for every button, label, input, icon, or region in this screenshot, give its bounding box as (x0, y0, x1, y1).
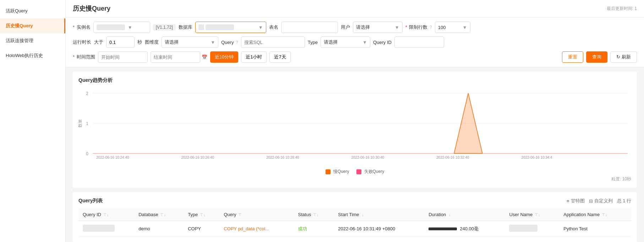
svg-text:2022-06-16 10:26:40: 2022-06-16 10:26:40 (181, 156, 214, 159)
reset-button[interactable]: 重置 (562, 51, 583, 63)
svg-text:1: 1 (86, 121, 88, 126)
table-label: 表名 (269, 24, 278, 30)
query-id-label: Query ID (373, 40, 392, 45)
chart-title: Query趋势分析 (78, 77, 631, 84)
type-label: Type (308, 40, 318, 45)
table-actions: ≡ 甘特图 ⊟ 自定义列 总 1 行 (567, 198, 631, 204)
legend-failed-query-icon (356, 169, 361, 174)
limit-select[interactable]: 100 ▼ (435, 22, 470, 33)
database-select[interactable]: ▼ (195, 22, 266, 33)
columns-icon: ⊟ (589, 198, 593, 204)
svg-text:0: 0 (86, 151, 88, 156)
db-icon (198, 24, 204, 30)
svg-text:数量: 数量 (78, 119, 82, 128)
time-btn-10min[interactable]: 近10分钟 (210, 51, 238, 63)
svg-text:2022-06-16 10:32:40: 2022-06-16 10:32:40 (436, 156, 469, 159)
start-time-sort-icon[interactable]: ↓ (362, 213, 364, 217)
username-filter-icon[interactable]: ⊤↓ (535, 213, 540, 217)
dimension-select[interactable]: 请选择 ▼ (162, 36, 218, 48)
sidebar-item-slow-query[interactable]: 历史慢Query (0, 18, 65, 33)
user-select[interactable]: 请选择 ▼ (353, 22, 403, 33)
query-id-input[interactable] (394, 36, 444, 48)
query-button[interactable]: 查询 (586, 51, 607, 63)
svg-text:2: 2 (86, 91, 88, 96)
type-select[interactable]: 请选择 ▼ (321, 36, 370, 48)
start-time-input[interactable] (98, 51, 148, 63)
refresh-button[interactable]: ↻ 刷新 (610, 51, 637, 63)
table-header: Query列表 ≡ 甘特图 ⊟ 自定义列 总 1 行 (78, 198, 631, 204)
user-arrow-icon: ▼ (395, 25, 399, 30)
table-header-row: Query ID ⊤↓ Database ⊤↓ Type ⊤↓ Query ⊤ (78, 208, 631, 221)
cell-type: COPY (184, 221, 219, 237)
legend-slow-query-label: 慢Query (333, 169, 349, 175)
page-header: 历史慢Query 最后更新时间: 1 (66, 0, 644, 17)
runtime-label: 运行时长 (73, 39, 91, 45)
granularity-text: 粒度: 10秒 (78, 176, 631, 182)
type-filter-icon[interactable]: ⊤↓ (200, 213, 206, 217)
sidebar-item-connection-mgmt[interactable]: 活跃连接管理 (0, 33, 65, 48)
time-btn-7days[interactable]: 近7天 (269, 51, 290, 63)
col-user-name: User Name ⊤↓ (505, 208, 559, 221)
col-query-id: Query ID ⊤↓ (78, 208, 134, 221)
col-query: Query ⊤ (219, 208, 294, 221)
runtime-operator: 大于 (94, 39, 103, 45)
sidebar-item-active-query[interactable]: 活跃Query (0, 4, 65, 18)
filter-row-1: * 实例名 ▼ [V1.1.72] 数据库 ▼ 表名 用户 请选择 ▼ (73, 22, 637, 33)
calendar-icon: 📅 (202, 55, 207, 60)
svg-text:2022-06-16 10:34:4: 2022-06-16 10:34:4 (522, 156, 553, 159)
db-arrow-icon: ▼ (258, 25, 263, 30)
instance-select[interactable]: ▼ (93, 22, 150, 33)
duration-value: 240.00毫 (460, 226, 479, 232)
query-table: Query ID ⊤↓ Database ⊤↓ Type ⊤↓ Query ⊤ (78, 208, 631, 237)
query-filter-icon[interactable]: ⊤ (238, 213, 242, 217)
col-duration: Duration ↓ (424, 208, 505, 221)
instance-version-badge: [V1.1.72] (153, 24, 176, 30)
col-start-time: Start Time ↓ (334, 208, 424, 221)
appname-filter-icon[interactable]: ⊤↓ (602, 213, 607, 217)
page-title: 历史慢Query (73, 4, 110, 13)
total-rows-text: 总 1 行 (617, 198, 631, 204)
runtime-unit: 秒 (137, 39, 142, 45)
limit-help-icon: ? (430, 25, 432, 30)
sidebar-item-exec-history[interactable]: HoloWeb执行历史 (0, 48, 65, 63)
chart-section: Query趋势分析 2 1 0 数量 2022-06-16 10:24:40 2… (73, 72, 637, 188)
query-id-filter-icon[interactable]: ⊤↓ (103, 213, 109, 217)
gantt-icon: ≡ (567, 198, 569, 204)
legend-slow-query-icon (326, 169, 331, 174)
query-link[interactable]: COPY pd_data (*col... (224, 226, 273, 231)
duration-sort-icon[interactable]: ↓ (449, 213, 451, 217)
status-filter-icon[interactable]: ⊤↓ (313, 213, 319, 217)
time-range-label: * 时间范围 (73, 54, 95, 60)
db-filter-icon[interactable]: ⊤↓ (160, 213, 166, 217)
time-btn-1hour[interactable]: 近1小时 (241, 51, 267, 63)
svg-text:2022-06-16 10:30:40: 2022-06-16 10:30:40 (351, 156, 384, 159)
limit-label: * 限制行数 ? (405, 24, 432, 30)
cell-start-time: 2022-06-16 10:31:49 +0800 (334, 221, 424, 237)
chart-legend: 慢Query 失败Query (78, 169, 631, 175)
end-time-input[interactable] (151, 51, 200, 63)
last-update-text: 最后更新时间: 1 (607, 6, 637, 12)
svg-text:2022-06-16 10:28:40: 2022-06-16 10:28:40 (266, 156, 299, 159)
dimension-label: 图维度 (145, 39, 159, 45)
col-database: Database ⊤↓ (134, 208, 184, 221)
instance-label: * 实例名 (73, 24, 91, 30)
query-input[interactable] (241, 36, 305, 48)
gantt-chart-action[interactable]: ≡ 甘特图 (567, 198, 585, 204)
svg-text:2022-06-16 10:24:40: 2022-06-16 10:24:40 (96, 156, 129, 159)
refresh-icon: ↻ (616, 54, 620, 60)
user-label: 用户 (341, 24, 350, 30)
runtime-input[interactable] (106, 36, 135, 48)
cell-app-name: Python Test (559, 221, 631, 237)
limit-arrow-icon: ▼ (463, 25, 467, 30)
table-section: Query列表 ≡ 甘特图 ⊟ 自定义列 总 1 行 Query ID ⊤↓ (73, 192, 637, 242)
cell-status: 成功 (294, 221, 334, 237)
custom-columns-action[interactable]: ⊟ 自定义列 (589, 198, 613, 204)
table-input[interactable] (281, 22, 338, 33)
main-content: 历史慢Query 最后更新时间: 1 * 实例名 ▼ [V1.1.72] 数据库… (66, 0, 644, 242)
filter-row-2: 运行时长 大于 秒 图维度 请选择 ▼ Query ? Type 请选择 ▼ (73, 36, 637, 48)
instance-value (97, 24, 125, 30)
filter-area: * 实例名 ▼ [V1.1.72] 数据库 ▼ 表名 用户 请选择 ▼ (66, 17, 644, 67)
cell-duration: 240.00毫 (424, 221, 505, 237)
sidebar: 活跃Query 历史慢Query 活跃连接管理 HoloWeb执行历史 (0, 0, 66, 242)
database-label: 数据库 (179, 24, 192, 30)
